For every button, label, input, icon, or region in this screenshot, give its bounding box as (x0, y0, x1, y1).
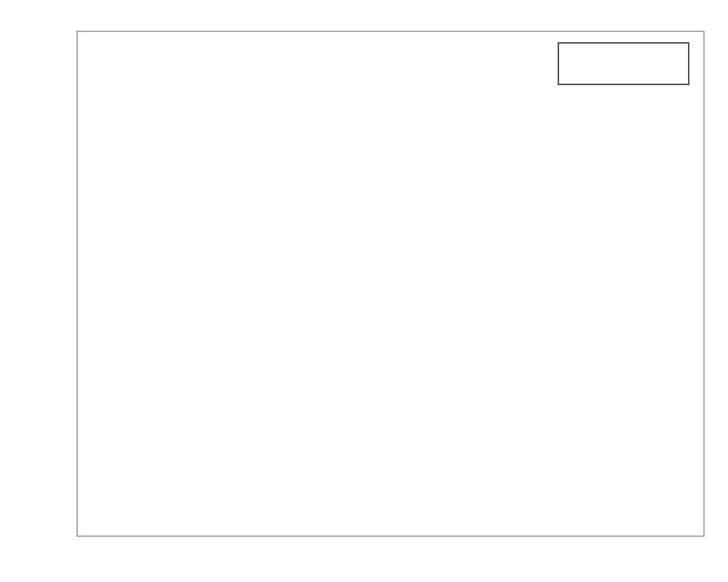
plot-canvas (76, 31, 705, 537)
chart-container (0, 0, 728, 582)
legend-entry-initial-solution (561, 46, 686, 64)
plot-area (76, 31, 705, 537)
legend-entry-inversion-rates (561, 64, 686, 82)
legend (558, 42, 689, 85)
